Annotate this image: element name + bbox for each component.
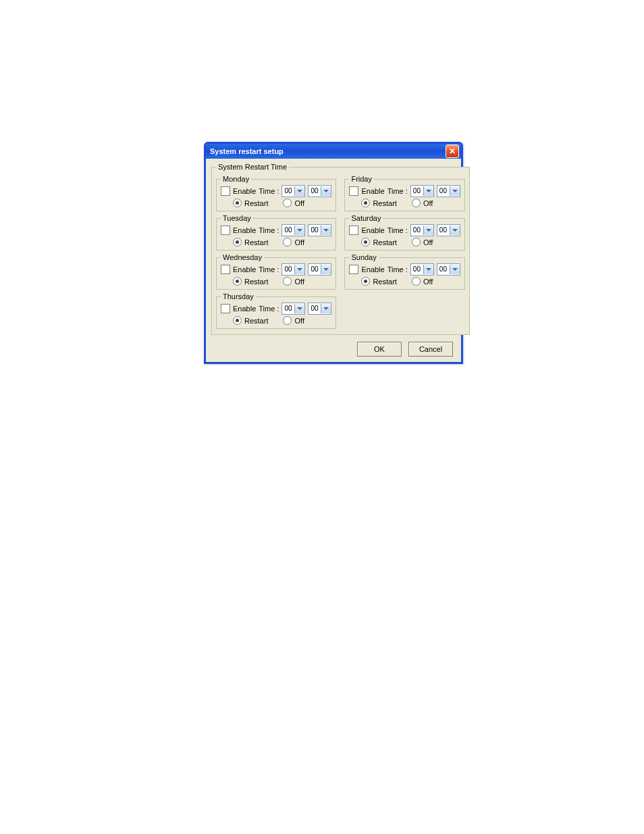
enable-checkbox[interactable]	[349, 265, 358, 274]
hour-combo[interactable]: 00	[281, 263, 305, 276]
off-radio-item[interactable]: Off	[283, 316, 304, 325]
day-legend: Tuesday	[221, 214, 253, 222]
off-radio-item[interactable]: Off	[283, 199, 304, 207]
minute-value: 00	[308, 265, 321, 274]
enable-label: Enable	[233, 265, 256, 273]
close-icon: ✕	[449, 147, 456, 155]
day-legend: Friday	[349, 175, 374, 183]
off-radio-item[interactable]: Off	[412, 199, 433, 207]
minute-value: 00	[308, 226, 321, 235]
titlebar: System restart setup ✕	[206, 144, 461, 159]
radio-icon	[412, 277, 421, 286]
off-radio-item[interactable]: Off	[412, 277, 433, 286]
day-legend: Saturday	[349, 214, 383, 222]
minute-combo[interactable]: 00	[308, 303, 331, 315]
day-thursday: Thursday Enable Time : 00 00	[216, 292, 336, 329]
enable-label: Enable	[233, 226, 256, 234]
restart-radio-item[interactable]: Restart	[361, 199, 396, 207]
day-legend: Sunday	[349, 253, 378, 261]
day-row-1: Enable Time : 00 00	[221, 303, 331, 315]
restart-radio-item[interactable]: Restart	[233, 199, 268, 207]
day-legend: Wednesday	[221, 253, 264, 261]
hour-combo[interactable]: 00	[281, 185, 305, 197]
minute-value: 00	[437, 226, 450, 235]
hour-combo[interactable]: 00	[281, 303, 305, 315]
day-wednesday: Wednesday Enable Time : 00 00	[216, 253, 336, 290]
off-label: Off	[294, 278, 304, 286]
time-label: Time :	[259, 226, 279, 234]
hour-value: 00	[282, 226, 294, 235]
off-radio-item[interactable]: Off	[283, 238, 304, 246]
enable-checkbox[interactable]	[349, 226, 358, 235]
enable-checkbox[interactable]	[221, 304, 230, 313]
chevron-down-icon	[321, 226, 331, 235]
enable-checkbox[interactable]	[349, 186, 358, 196]
day-row-2: Restart Off	[349, 199, 460, 207]
restart-radio-item[interactable]: Restart	[361, 238, 396, 246]
hour-value: 00	[411, 265, 423, 274]
radio-icon	[283, 238, 292, 246]
day-sunday: Sunday Enable Time : 00 00	[344, 253, 464, 290]
hour-combo[interactable]: 00	[281, 224, 305, 236]
radio-icon	[283, 277, 292, 286]
time-label: Time :	[259, 187, 279, 195]
radio-icon	[233, 238, 242, 246]
minute-combo[interactable]: 00	[308, 224, 331, 236]
chevron-down-icon	[321, 186, 331, 196]
minute-value: 00	[308, 186, 321, 196]
restart-radio-item[interactable]: Restart	[233, 316, 268, 325]
minute-combo[interactable]: 00	[308, 185, 331, 197]
enable-checkbox[interactable]	[221, 265, 230, 274]
radio-icon	[283, 199, 292, 207]
day-row-2: Restart Off	[349, 277, 460, 286]
minute-combo[interactable]: 00	[308, 263, 331, 276]
off-label: Off	[294, 199, 304, 207]
ok-button[interactable]: OK	[357, 342, 402, 357]
hour-value: 00	[411, 226, 423, 235]
radio-icon	[412, 238, 421, 246]
time-label: Time :	[387, 187, 408, 195]
time-label: Time :	[259, 265, 279, 273]
day-friday: Friday Enable Time : 00 00	[344, 175, 464, 211]
off-label: Off	[423, 199, 433, 207]
radio-icon	[412, 199, 421, 207]
close-button[interactable]: ✕	[446, 145, 459, 158]
chevron-down-icon	[423, 265, 433, 274]
chevron-down-icon	[294, 226, 304, 235]
minute-value: 00	[437, 186, 450, 196]
restart-radio-item[interactable]: Restart	[361, 277, 396, 286]
off-radio-item[interactable]: Off	[283, 277, 304, 286]
system-restart-time-group: System Restart Time Monday Enable Time :…	[211, 163, 470, 335]
hour-combo[interactable]: 00	[410, 224, 434, 236]
hour-combo[interactable]: 00	[410, 263, 434, 276]
left-column: Monday Enable Time : 00 00	[216, 175, 336, 329]
hour-combo[interactable]: 00	[410, 185, 434, 197]
hour-value: 00	[282, 304, 294, 313]
restart-label: Restart	[244, 317, 268, 325]
restart-radio-item[interactable]: Restart	[233, 277, 268, 286]
enable-checkbox[interactable]	[221, 226, 230, 235]
day-saturday: Saturday Enable Time : 00 00	[344, 214, 464, 251]
off-radio-item[interactable]: Off	[412, 238, 433, 246]
restart-radio-item[interactable]: Restart	[233, 238, 268, 246]
restart-label: Restart	[373, 199, 396, 207]
minute-combo[interactable]: 00	[437, 185, 460, 197]
day-legend: Thursday	[221, 292, 256, 301]
window-title: System restart setup	[210, 147, 284, 155]
enable-checkbox[interactable]	[221, 186, 230, 196]
system-restart-setup-dialog: System restart setup ✕ System Restart Ti…	[204, 142, 463, 364]
hour-value: 00	[282, 265, 294, 274]
day-row-2: Restart Off	[221, 316, 331, 325]
radio-icon	[233, 277, 242, 286]
chevron-down-icon	[450, 186, 460, 196]
radio-icon	[233, 316, 242, 325]
time-label: Time :	[387, 226, 408, 234]
hour-value: 00	[411, 186, 423, 196]
enable-label: Enable	[361, 226, 384, 234]
minute-combo[interactable]: 00	[437, 224, 460, 236]
restart-label: Restart	[373, 238, 396, 246]
minute-value: 00	[308, 304, 321, 313]
cancel-button[interactable]: Cancel	[408, 342, 453, 357]
minute-combo[interactable]: 00	[437, 263, 460, 276]
enable-label: Enable	[233, 187, 256, 195]
